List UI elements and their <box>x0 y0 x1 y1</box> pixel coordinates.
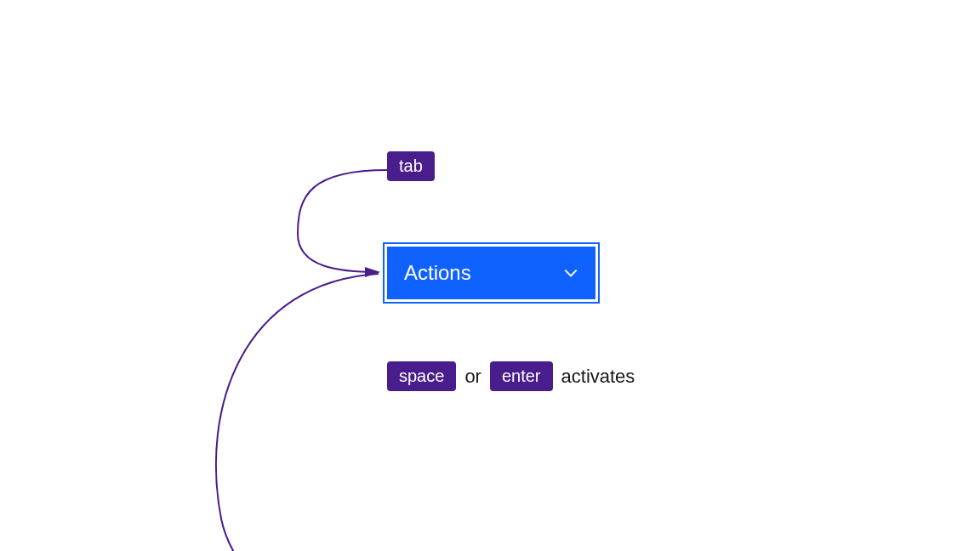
chevron-down-icon <box>563 265 578 281</box>
instruction-row: space or enter activates <box>387 361 635 391</box>
or-text: or <box>464 366 481 388</box>
dropdown-label: Actions <box>404 261 471 285</box>
actions-dropdown-button[interactable]: Actions <box>387 247 595 299</box>
space-key-label: space <box>399 366 444 385</box>
space-key-badge: space <box>387 361 456 391</box>
enter-key-badge: enter <box>490 361 553 391</box>
tab-key-badge: tab <box>387 151 435 181</box>
activates-text: activates <box>561 366 635 388</box>
enter-key-label: enter <box>502 366 541 385</box>
tab-key-label: tab <box>399 156 423 175</box>
